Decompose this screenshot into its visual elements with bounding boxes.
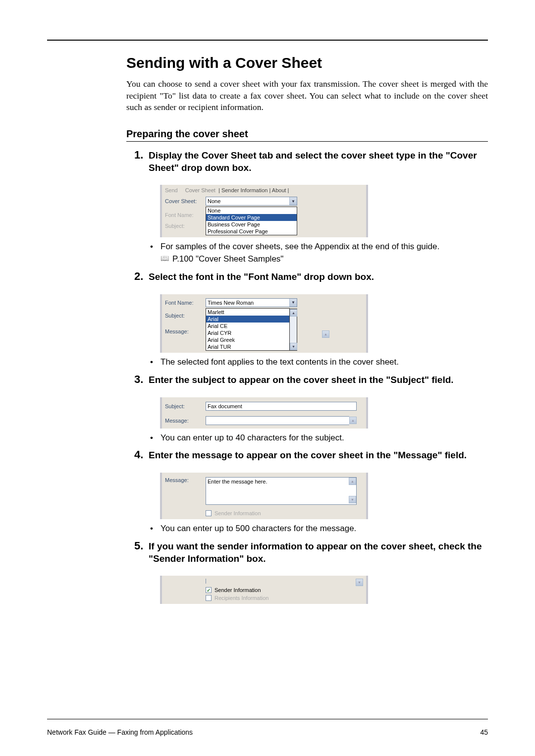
message-input-partial[interactable] — [206, 416, 349, 425]
top-horizontal-rule — [47, 40, 488, 41]
dd-option-standard[interactable]: Standard Cover Page — [206, 214, 297, 221]
tab-other[interactable]: | Sender Information | About | — [218, 187, 289, 193]
screenshot-sender-info: ▼ ✓ Sender Information Recipients Inform… — [160, 576, 368, 604]
label-message: Message: — [165, 319, 206, 334]
screenshot-cover-sheet-tab: Send Cover Sheet | Sender Information | … — [160, 185, 368, 237]
sender-info-label: Sender Information — [214, 510, 261, 516]
label-message: Message: — [165, 477, 206, 483]
step-instruction: Select the font in the "Font Name" drop … — [149, 271, 488, 283]
dd-font-arial[interactable]: Arial — [206, 316, 289, 323]
footer-rule — [47, 719, 488, 719]
step-2-bullet: The selected font applies to the text co… — [149, 357, 488, 368]
dd-font-arial-greek[interactable]: Arial Greek — [206, 336, 289, 343]
scroll-down-icon[interactable]: ▼ — [290, 343, 297, 350]
step-2: 2. Select the font in the "Font Name" dr… — [126, 271, 488, 283]
recipients-info-label: Recipients Information — [214, 595, 268, 601]
tab-cover-sheet[interactable]: Cover Sheet — [185, 187, 215, 193]
sender-info-label: Sender Information — [214, 587, 261, 593]
step-number: 4. — [134, 448, 143, 461]
step-1: 1. Display the Cover Sheet tab and selec… — [126, 150, 488, 174]
label-cover-sheet: Cover Sheet: — [165, 198, 206, 204]
dd-option-professional[interactable]: Professional Cover Page — [206, 228, 297, 235]
step-5: 5. If you want the sender information to… — [126, 540, 488, 565]
scroll-down-icon[interactable]: ▼ — [356, 579, 363, 586]
step-instruction: Display the Cover Sheet tab and select t… — [149, 150, 488, 174]
tab-bar: Send Cover Sheet | Sender Information | … — [165, 186, 363, 195]
cross-reference: P.100 "Cover Sheet Samples" — [160, 254, 488, 264]
dd-font-arial-cyr[interactable]: Arial CYR — [206, 329, 289, 336]
step-number: 1. — [134, 149, 143, 162]
label-subject-disabled: Subject: — [165, 218, 206, 229]
dd-font-marlett[interactable]: Marlett — [206, 309, 289, 316]
screenshot-message: Message: Enter the message here. ▲ ▼ Sen… — [160, 473, 368, 519]
step-4-bullet: You can enter up to 500 characters for t… — [149, 523, 488, 535]
recipients-info-checkbox[interactable] — [206, 595, 212, 601]
step-instruction: Enter the subject to appear on the cover… — [149, 374, 488, 386]
sender-info-checkbox-checked[interactable]: ✓ — [206, 587, 212, 593]
footer-left-text: Network Fax Guide — Faxing from Applicat… — [47, 728, 193, 736]
step-instruction: If you want the sender information to ap… — [149, 540, 488, 565]
section-heading: Preparing the cover sheet — [126, 128, 488, 142]
step-number: 3. — [134, 373, 143, 386]
subject-value: Fax document — [208, 403, 242, 409]
tab-send[interactable]: Send — [165, 187, 178, 193]
font-name-value: Times New Roman — [208, 300, 254, 306]
intro-paragraph: You can choose to send a cover sheet wit… — [126, 78, 488, 113]
page-title: Sending with a Cover Sheet — [126, 54, 488, 71]
step-4: 4. Enter the message to appear on the co… — [126, 449, 488, 462]
page-footer: Network Fax Guide — Faxing from Applicat… — [47, 719, 488, 736]
dd-font-arial-ce[interactable]: Arial CE — [206, 323, 289, 329]
cover-sheet-dropdown-list[interactable]: None Standard Cover Page Business Cover … — [206, 207, 297, 235]
dd-option-none[interactable]: None — [206, 207, 297, 214]
label-subject: Subject: — [165, 309, 206, 319]
scroll-up-icon[interactable]: ▲ — [349, 417, 357, 424]
subject-input[interactable]: Fax document — [206, 402, 357, 411]
screenshot-subject: Subject: Fax document Message: ▲ — [160, 397, 368, 429]
step-1-bullet: For samples of the cover sheets, see the… — [149, 241, 488, 253]
step-3: 3. Enter the subject to appear on the co… — [126, 374, 488, 386]
scroll-up-icon[interactable]: ▲ — [322, 330, 329, 338]
cover-sheet-combo[interactable]: None ▼ — [206, 197, 297, 206]
step-3-bullet: You can enter up to 40 characters for th… — [149, 432, 488, 444]
dd-option-business[interactable]: Business Cover Page — [206, 221, 297, 228]
step-instruction: Enter the message to appear on the cover… — [149, 449, 488, 462]
message-textarea[interactable]: Enter the message here. ▲ ▼ — [206, 477, 357, 505]
page-number: 45 — [480, 728, 488, 736]
cover-sheet-value: None — [208, 198, 220, 204]
sender-info-checkbox[interactable] — [206, 510, 212, 516]
step-number: 2. — [134, 270, 143, 283]
scroll-up-icon[interactable]: ▲ — [290, 309, 297, 317]
scroll-down-icon[interactable]: ▼ — [349, 496, 356, 503]
label-message: Message: — [165, 418, 206, 424]
scroll-up-icon[interactable]: ▲ — [349, 478, 356, 485]
message-value: Enter the message here. — [208, 479, 267, 485]
font-name-combo[interactable]: Times New Roman ▼ — [206, 298, 297, 307]
dropdown-arrow-icon[interactable]: ▼ — [289, 299, 297, 307]
label-font-name: Font Name: — [165, 300, 206, 306]
font-dropdown-list[interactable]: Marlett Arial Arial CE Arial CYR Arial G… — [206, 308, 290, 351]
screenshot-font-name: Font Name: Times New Roman ▼ Subject: Me… — [160, 294, 368, 353]
label-subject: Subject: — [165, 403, 206, 409]
dd-font-arial-tur[interactable]: Arial TUR — [206, 343, 289, 350]
step-number: 5. — [134, 540, 143, 552]
dropdown-arrow-icon[interactable]: ▼ — [289, 197, 297, 205]
label-font-name-disabled: Font Name: — [165, 207, 206, 218]
